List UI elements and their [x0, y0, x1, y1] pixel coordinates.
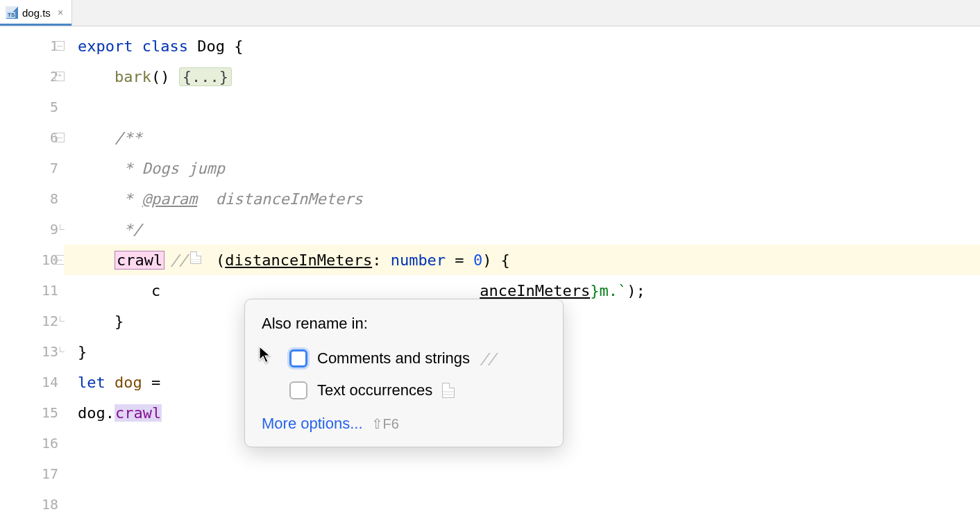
- rename-options-popup: Also rename in: Comments and strings // …: [244, 299, 564, 447]
- rename-input[interactable]: crawl: [115, 251, 164, 270]
- line-number: 1: [31, 38, 58, 54]
- line-number: 8: [31, 190, 58, 207]
- fold-expand-icon[interactable]: [55, 72, 65, 81]
- code-line[interactable]: /**: [78, 122, 980, 153]
- comment-slashes-icon: //: [170, 251, 187, 269]
- close-tab-icon[interactable]: ×: [58, 7, 63, 18]
- code-line[interactable]: [78, 92, 980, 122]
- editor-tab[interactable]: dog.ts ×: [0, 0, 72, 26]
- code-line[interactable]: [78, 458, 980, 489]
- rename-option-row[interactable]: Text occurrences: [262, 377, 546, 409]
- popup-title: Also rename in:: [262, 315, 546, 333]
- code-line-active[interactable]: crawl// (distanceInMeters: number = 0) {: [64, 245, 980, 275]
- fold-end-icon: [55, 316, 65, 326]
- more-options-row[interactable]: More options... ⇧F6: [262, 415, 546, 433]
- line-number: 17: [31, 465, 58, 482]
- line-number: 12: [31, 313, 58, 329]
- line-number: 6: [31, 129, 58, 146]
- fold-toggle-icon[interactable]: [55, 133, 65, 142]
- line-number: 18: [31, 496, 58, 513]
- rename-inline-icons: //: [170, 251, 201, 269]
- code-line[interactable]: export class Dog {: [78, 31, 980, 61]
- code-line[interactable]: * Dogs jump: [78, 153, 980, 183]
- option-label: Text occurrences: [317, 381, 432, 399]
- line-number: 5: [31, 99, 58, 115]
- fold-toggle-icon[interactable]: [55, 255, 65, 265]
- line-number: 15: [31, 404, 58, 421]
- reference-highlight: crawl: [115, 404, 162, 422]
- line-number: 16: [31, 435, 58, 452]
- line-number: 13: [31, 343, 58, 360]
- rename-option-row[interactable]: Comments and strings //: [262, 345, 546, 377]
- checkbox-text-occurrences[interactable]: [289, 381, 307, 399]
- code-editor[interactable]: 1 2 5 6 7 8 9 10 11 12 13 14 15 16 17 18…: [0, 26, 980, 521]
- document-icon: [442, 383, 455, 398]
- line-number: 7: [31, 160, 58, 176]
- line-number: 10: [31, 251, 58, 268]
- code-line[interactable]: bark() {...}: [78, 61, 980, 92]
- fold-end-icon: [55, 224, 65, 234]
- code-line[interactable]: * @param distanceInMeters: [78, 183, 980, 214]
- line-number: 2: [31, 68, 58, 85]
- line-number: 9: [31, 221, 58, 238]
- line-number: 11: [31, 282, 58, 299]
- comment-slashes-icon: //: [480, 350, 496, 367]
- more-options-link[interactable]: More options...: [262, 415, 363, 433]
- option-label: Comments and strings: [317, 349, 470, 367]
- tab-bar: dog.ts ×: [0, 0, 980, 26]
- code-line[interactable]: */: [78, 214, 980, 245]
- checkbox-comments-strings[interactable]: [289, 349, 307, 367]
- document-icon: [190, 251, 201, 264]
- typescript-file-icon: [6, 6, 18, 19]
- shortcut-label: ⇧F6: [371, 415, 399, 432]
- mouse-cursor-icon: [259, 346, 273, 367]
- code-area[interactable]: export class Dog { bark() {...} /** * Do…: [64, 26, 980, 521]
- fold-end-icon: [55, 347, 65, 356]
- fold-toggle-icon[interactable]: [55, 41, 65, 51]
- gutter: 1 2 5 6 7 8 9 10 11 12 13 14 15 16 17 18: [0, 26, 64, 521]
- code-line[interactable]: [78, 489, 980, 520]
- tab-filename: dog.ts: [22, 7, 51, 19]
- folded-region[interactable]: {...}: [179, 67, 232, 86]
- line-number: 14: [31, 374, 58, 390]
